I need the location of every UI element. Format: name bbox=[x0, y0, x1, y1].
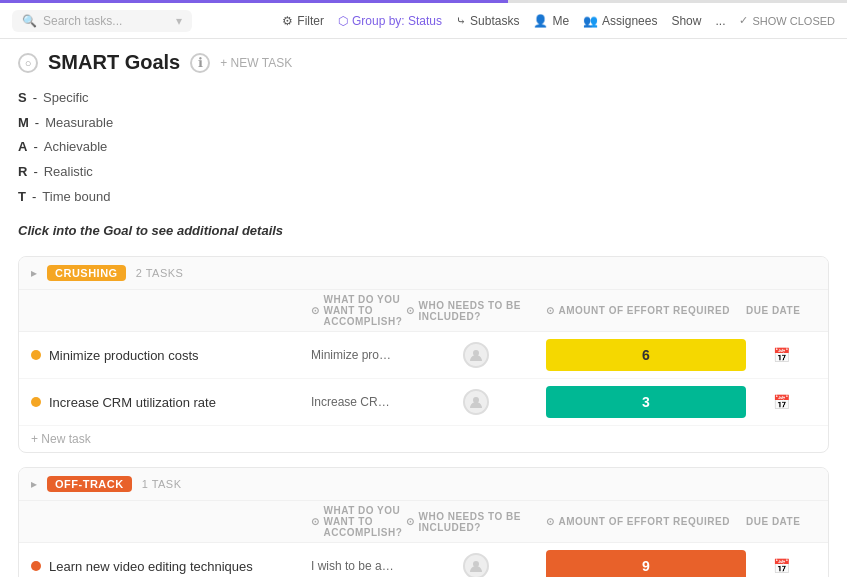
task-desc-off-track-0: I wish to be a video editor or a project… bbox=[311, 559, 406, 573]
check-icon: ✓ bbox=[739, 14, 748, 27]
col-effort-crushing: ⊙ AMOUNT OF EFFORT REQUIRED bbox=[546, 294, 746, 327]
group-header-off-track[interactable]: ▸ OFF-TRACK 1 TASK bbox=[19, 468, 828, 501]
smart-letter-m: M bbox=[18, 111, 29, 136]
group-by-icon: ⬡ bbox=[338, 14, 348, 28]
col-who-off-track: ⊙ WHO NEEDS TO BE INCLUDED? bbox=[406, 505, 546, 538]
search-icon: 🔍 bbox=[22, 14, 37, 28]
effort-icon-crushing: ⊙ bbox=[546, 305, 555, 316]
task-name-crushing-1: Increase CRM utilization rate bbox=[49, 395, 216, 410]
col-task-crushing bbox=[31, 294, 311, 327]
who-icon-off-track: ⊙ bbox=[406, 516, 415, 527]
subtasks-icon: ⤷ bbox=[456, 14, 466, 28]
task-name-cell-crushing-1: Increase CRM utilization rate bbox=[31, 395, 311, 410]
top-actions: ⚙ Filter ⬡ Group by: Status ⤷ Subtasks 👤… bbox=[282, 14, 835, 28]
task-dot-off-track-0 bbox=[31, 561, 41, 571]
show-button[interactable]: Show bbox=[671, 14, 701, 28]
new-task-row-crushing[interactable]: + New task bbox=[19, 426, 828, 452]
task-desc-crushing-1: Increase CRM utilization rate from 80 to… bbox=[311, 395, 406, 409]
assignees-label: Assignees bbox=[602, 14, 657, 28]
group-by-button[interactable]: ⬡ Group by: Status bbox=[338, 14, 442, 28]
click-hint: Click into the Goal to see additional de… bbox=[18, 223, 829, 238]
effort-bar-off-track-0: 9 bbox=[546, 550, 746, 577]
task-desc-crushing-0: Minimize production costs by 15% bbox=[311, 348, 406, 362]
filter-icon: ⚙ bbox=[282, 14, 293, 28]
group-by-label: Group by: Status bbox=[352, 14, 442, 28]
task-name-cell-off-track-0: Learn new video editing techniques bbox=[31, 559, 311, 574]
task-name-cell-crushing-0: Minimize production costs bbox=[31, 348, 311, 363]
page-icon[interactable]: ○ bbox=[18, 53, 38, 73]
smart-letter-r: R bbox=[18, 160, 27, 185]
task-dot-crushing-1 bbox=[31, 397, 41, 407]
col-headers-off-track: ⊙ WHAT DO YOU WANT TO ACCOMPLISH? ⊙ WHO … bbox=[19, 501, 828, 543]
effort-icon-off-track: ⊙ bbox=[546, 516, 555, 527]
search-area[interactable]: 🔍 Search tasks... ▾ bbox=[12, 10, 192, 32]
search-dropdown-icon: ▾ bbox=[176, 14, 182, 28]
calendar-icon-crushing-1: 📅 bbox=[773, 394, 790, 410]
smart-letter-a: A bbox=[18, 135, 27, 160]
me-button[interactable]: 👤 Me bbox=[533, 14, 569, 28]
smart-letter-t: T bbox=[18, 185, 26, 210]
due-date-cell-crushing-0[interactable]: 📅 bbox=[746, 347, 816, 363]
who-icon-crushing: ⊙ bbox=[406, 305, 415, 316]
smart-desc-t: Time bound bbox=[42, 185, 110, 210]
smart-row-r: R - Realistic bbox=[18, 160, 829, 185]
new-task-button[interactable]: + NEW TASK bbox=[220, 56, 292, 70]
group-task-count-crushing: 2 TASKS bbox=[136, 267, 184, 279]
page-header: ○ SMART Goals ℹ + NEW TASK bbox=[18, 51, 829, 74]
task-dot-crushing-0 bbox=[31, 350, 41, 360]
more-button[interactable]: ... bbox=[715, 14, 725, 28]
task-name-off-track-0: Learn new video editing techniques bbox=[49, 559, 253, 574]
filter-label: Filter bbox=[297, 14, 324, 28]
assignees-button[interactable]: 👥 Assignees bbox=[583, 14, 657, 28]
show-closed-label: SHOW CLOSED bbox=[752, 15, 835, 27]
group-collapse-icon-off-track[interactable]: ▸ bbox=[31, 477, 37, 491]
filter-button[interactable]: ⚙ Filter bbox=[282, 14, 324, 28]
effort-cell-off-track-0: 9 bbox=[546, 550, 746, 577]
what-icon-crushing: ⊙ bbox=[311, 305, 320, 316]
avatar-cell-crushing-0 bbox=[406, 342, 546, 368]
avatar-crushing-1 bbox=[463, 389, 489, 415]
due-date-cell-off-track-0[interactable]: 📅 bbox=[746, 558, 816, 574]
info-icon[interactable]: ℹ bbox=[190, 53, 210, 73]
effort-bar-crushing-0: 6 bbox=[546, 339, 746, 371]
effort-bar-crushing-1: 3 bbox=[546, 386, 746, 418]
page-title: SMART Goals bbox=[48, 51, 180, 74]
task-row-crushing-0[interactable]: Minimize production costs Minimize produ… bbox=[19, 332, 828, 379]
group-section-off-track: ▸ OFF-TRACK 1 TASK ⊙ WHAT DO YOU WANT TO… bbox=[18, 467, 829, 577]
col-task-off-track bbox=[31, 505, 311, 538]
subtasks-label: Subtasks bbox=[470, 14, 519, 28]
more-label: ... bbox=[715, 14, 725, 28]
group-task-count-off-track: 1 TASK bbox=[142, 478, 182, 490]
smart-letter-s: S bbox=[18, 86, 27, 111]
assignees-icon: 👥 bbox=[583, 14, 598, 28]
group-collapse-icon-crushing[interactable]: ▸ bbox=[31, 266, 37, 280]
show-closed-button[interactable]: ✓ SHOW CLOSED bbox=[739, 14, 835, 27]
col-due-crushing: DUE DATE bbox=[746, 294, 816, 327]
smart-row-a: A - Achievable bbox=[18, 135, 829, 160]
task-row-off-track-0[interactable]: Learn new video editing techniques I wis… bbox=[19, 543, 828, 577]
col-who-crushing: ⊙ WHO NEEDS TO BE INCLUDED? bbox=[406, 294, 546, 327]
what-icon-off-track: ⊙ bbox=[311, 516, 320, 527]
smart-dash-r: - bbox=[33, 160, 37, 185]
avatar-cell-off-track-0 bbox=[406, 553, 546, 577]
effort-cell-crushing-0: 6 bbox=[546, 339, 746, 371]
subtasks-button[interactable]: ⤷ Subtasks bbox=[456, 14, 519, 28]
smart-dash-m: - bbox=[35, 111, 39, 136]
col-what-off-track: ⊙ WHAT DO YOU WANT TO ACCOMPLISH? bbox=[311, 505, 406, 538]
due-date-cell-crushing-1[interactable]: 📅 bbox=[746, 394, 816, 410]
calendar-icon-crushing-0: 📅 bbox=[773, 347, 790, 363]
effort-cell-crushing-1: 3 bbox=[546, 386, 746, 418]
avatar-cell-crushing-1 bbox=[406, 389, 546, 415]
group-header-crushing[interactable]: ▸ CRUSHING 2 TASKS bbox=[19, 257, 828, 290]
smart-desc-s: Specific bbox=[43, 86, 89, 111]
group-badge-off-track: OFF-TRACK bbox=[47, 476, 132, 492]
smart-dash-a: - bbox=[33, 135, 37, 160]
smart-desc-m: Measurable bbox=[45, 111, 113, 136]
task-row-crushing-1[interactable]: Increase CRM utilization rate Increase C… bbox=[19, 379, 828, 426]
smart-dash-s: - bbox=[33, 86, 37, 111]
col-effort-off-track: ⊙ AMOUNT OF EFFORT REQUIRED bbox=[546, 505, 746, 538]
avatar-crushing-0 bbox=[463, 342, 489, 368]
smart-dash-t: - bbox=[32, 185, 36, 210]
smart-row-s: S - Specific bbox=[18, 86, 829, 111]
me-label: Me bbox=[552, 14, 569, 28]
